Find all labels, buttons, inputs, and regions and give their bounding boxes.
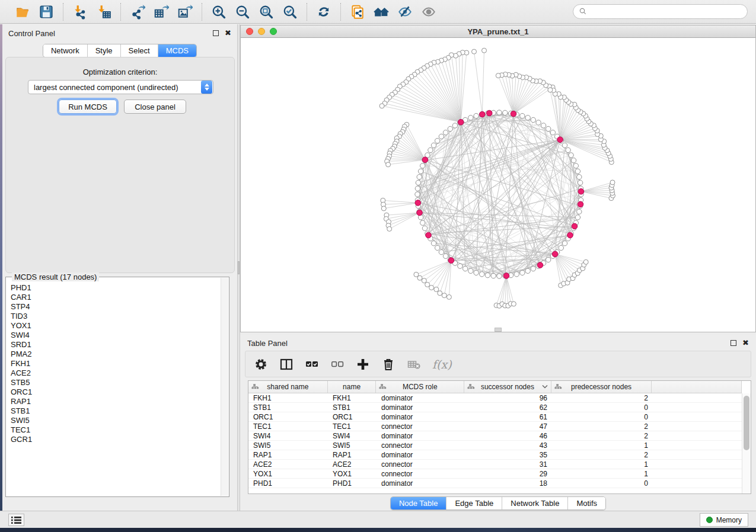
refresh-button[interactable] bbox=[315, 4, 332, 20]
split-view-button[interactable] bbox=[279, 357, 294, 372]
table-row[interactable]: ACE2ACE2connector311 bbox=[248, 460, 742, 469]
deselect-all-button[interactable] bbox=[330, 357, 344, 372]
network-canvas[interactable] bbox=[241, 38, 755, 332]
network-overview-button[interactable] bbox=[373, 4, 390, 20]
select-all-button[interactable] bbox=[305, 357, 319, 372]
memory-label: Memory bbox=[716, 516, 742, 524]
right-column: YPA_prune.txt_1 Table Panel bbox=[240, 24, 756, 511]
save-session-button[interactable] bbox=[38, 4, 55, 20]
zoom-selected-icon bbox=[282, 4, 298, 20]
column-header-predecessor-nodes[interactable]: predecessor nodes bbox=[551, 381, 652, 393]
mcds-result-item[interactable]: SWI5 bbox=[11, 416, 221, 425]
settings-gear-icon bbox=[254, 357, 268, 371]
mcds-result-item[interactable]: FKH1 bbox=[11, 359, 221, 368]
tab-select[interactable]: Select bbox=[121, 44, 158, 57]
mcds-result-item[interactable]: CAR1 bbox=[11, 293, 221, 302]
import-table-button[interactable] bbox=[95, 4, 112, 20]
float-panel-icon[interactable] bbox=[213, 30, 219, 36]
mcds-result-item[interactable]: STB5 bbox=[11, 378, 221, 387]
task-history-button[interactable] bbox=[8, 514, 24, 526]
optimization-criterion-dropdown[interactable]: largest connected component (undirected) bbox=[28, 80, 213, 94]
tab-mcds[interactable]: MCDS bbox=[158, 44, 196, 57]
table-row[interactable]: PHD1PHD1dominator180 bbox=[248, 479, 742, 488]
memory-button[interactable]: Memory bbox=[700, 513, 748, 527]
function-builder-button[interactable]: f(x) bbox=[432, 357, 452, 372]
mcds-result-item[interactable]: ACE2 bbox=[11, 368, 221, 378]
table-row[interactable]: SWI4SWI4dominator462 bbox=[248, 431, 742, 441]
show-graphics-button[interactable] bbox=[420, 4, 437, 20]
table-scrollbar[interactable] bbox=[742, 393, 751, 493]
mcds-result-item[interactable]: TEC1 bbox=[11, 425, 221, 435]
table-row[interactable]: YOX1YOX1connector291 bbox=[248, 469, 742, 479]
tab-edge-table[interactable]: Edge Table bbox=[446, 497, 502, 509]
column-header-shared-name[interactable]: shared name bbox=[248, 381, 328, 393]
node-table-header: shared namenameMCDS rolesuccessor nodesp… bbox=[248, 381, 742, 393]
network-splitter-handle[interactable] bbox=[495, 328, 502, 332]
splitter-handle[interactable] bbox=[238, 261, 240, 274]
float-table-panel-icon[interactable] bbox=[731, 340, 736, 346]
mcds-result-item[interactable]: RAP1 bbox=[11, 397, 221, 406]
table-row[interactable]: RAP1RAP1dominator352 bbox=[248, 450, 742, 460]
close-panel-icon[interactable]: ✖ bbox=[225, 30, 231, 36]
search-field[interactable] bbox=[573, 4, 748, 19]
mcds-result-item[interactable]: SRD1 bbox=[11, 340, 221, 350]
table-scrollbar-thumb[interactable] bbox=[744, 396, 749, 450]
zoom-selected-button[interactable] bbox=[282, 4, 298, 20]
mcds-options-box: Optimization criterion: largest connecte… bbox=[5, 57, 235, 273]
zoom-out-button[interactable] bbox=[234, 4, 251, 20]
table-row[interactable]: STB1STB1dominator620 bbox=[248, 403, 742, 412]
hide-graphics-button[interactable] bbox=[397, 4, 413, 20]
tab-style[interactable]: Style bbox=[88, 44, 121, 57]
mcds-result-item[interactable]: YOX1 bbox=[11, 321, 221, 331]
mcds-result-item[interactable]: STP4 bbox=[11, 302, 221, 312]
mcds-result-item[interactable]: STB1 bbox=[11, 406, 221, 416]
import-network-button[interactable] bbox=[72, 4, 88, 20]
run-mcds-button[interactable]: Run MCDS bbox=[59, 100, 117, 114]
mcds-result-item[interactable]: SWI4 bbox=[11, 331, 221, 340]
dropdown-selected-value: largest connected component (undirected) bbox=[28, 83, 201, 92]
export-image-button[interactable] bbox=[177, 4, 193, 20]
select-all-icon bbox=[305, 357, 319, 371]
zoom-in-icon bbox=[211, 4, 227, 20]
tab-network[interactable]: Network bbox=[43, 44, 88, 57]
mcds-result-item[interactable]: ORC1 bbox=[11, 387, 221, 397]
delete-table-button[interactable] bbox=[407, 357, 421, 372]
tab-node-table[interactable]: Node Table bbox=[391, 497, 447, 509]
column-header-filler[interactable] bbox=[652, 381, 742, 393]
network-view-window: YPA_prune.txt_1 bbox=[240, 25, 756, 332]
mcds-result-item[interactable]: PHD1 bbox=[11, 283, 221, 293]
column-header-MCDS-role[interactable]: MCDS role bbox=[376, 381, 464, 393]
delete-table-icon bbox=[407, 357, 421, 371]
sort-desc-icon bbox=[542, 384, 548, 389]
mcds-result-item[interactable]: PMA2 bbox=[11, 350, 221, 359]
mcds-result-item[interactable]: GCR1 bbox=[11, 435, 221, 444]
main-toolbar bbox=[0, 0, 756, 24]
delete-column-button[interactable] bbox=[381, 357, 395, 372]
network-window-titlebar[interactable]: YPA_prune.txt_1 bbox=[241, 25, 755, 38]
settings-gear-button[interactable] bbox=[254, 357, 268, 372]
deselect-all-icon bbox=[330, 357, 344, 371]
tab-motifs[interactable]: Motifs bbox=[568, 497, 605, 509]
close-panel-button[interactable]: Close panel bbox=[124, 100, 186, 114]
zoom-fit-button[interactable] bbox=[258, 4, 275, 20]
clone-network-button[interactable] bbox=[349, 4, 366, 20]
column-header-name[interactable]: name bbox=[328, 381, 377, 393]
open-file-button[interactable] bbox=[14, 4, 31, 20]
export-table-icon bbox=[154, 4, 169, 20]
table-row[interactable]: SWI5SWI5connector431 bbox=[248, 441, 742, 450]
tab-network-table[interactable]: Network Table bbox=[502, 497, 568, 509]
mcds-result-scrollbar[interactable] bbox=[221, 278, 228, 496]
export-table-button[interactable] bbox=[153, 4, 170, 20]
search-input[interactable] bbox=[591, 8, 742, 16]
table-type-tabs: Node TableEdge TableNetwork TableMotifs bbox=[390, 496, 606, 510]
column-header-successor-nodes[interactable]: successor nodes bbox=[464, 381, 551, 393]
export-network-button[interactable] bbox=[129, 4, 146, 20]
status-bar: Memory bbox=[0, 511, 756, 528]
zoom-in-button[interactable] bbox=[210, 4, 227, 20]
add-column-button[interactable] bbox=[356, 357, 370, 372]
close-table-panel-icon[interactable]: ✖ bbox=[742, 340, 749, 346]
table-row[interactable]: FKH1FKH1dominator962 bbox=[248, 393, 742, 403]
table-row[interactable]: ORC1ORC1dominator610 bbox=[248, 412, 742, 422]
table-row[interactable]: TEC1TEC1connector472 bbox=[248, 422, 742, 431]
mcds-result-item[interactable]: TID3 bbox=[11, 312, 221, 321]
